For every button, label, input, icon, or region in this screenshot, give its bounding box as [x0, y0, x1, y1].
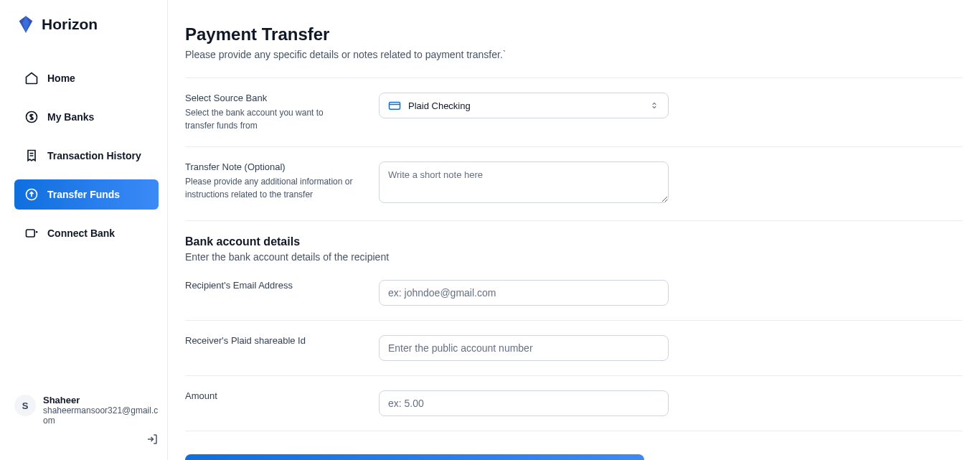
amount-row: Amount — [185, 390, 963, 416]
recipient-email-input[interactable] — [379, 280, 669, 306]
nav-item-transfer-funds[interactable]: Transfer Funds — [14, 179, 159, 210]
nav-list: Home My Banks Transaction History Transf… — [14, 63, 159, 385]
nav-item-home[interactable]: Home — [14, 63, 159, 93]
user-name: Shaheer — [43, 395, 159, 405]
chevron-down-icon — [649, 100, 659, 111]
nav-item-transaction-history[interactable]: Transaction History — [14, 141, 159, 171]
logo-text: Horizon — [42, 16, 98, 33]
svg-rect-2 — [27, 230, 35, 237]
amount-label: Amount — [185, 390, 353, 401]
nav-item-connect-bank[interactable]: Connect Bank — [14, 218, 159, 248]
recipient-email-label: Recipient's Email Address — [185, 280, 353, 291]
nav-label: Home — [47, 72, 75, 84]
logout-icon[interactable] — [146, 433, 159, 446]
svg-rect-3 — [390, 103, 400, 110]
details-subtext: Enter the bank account details of the re… — [185, 251, 963, 263]
transfer-note-input[interactable] — [379, 161, 669, 203]
amount-input[interactable] — [379, 390, 669, 416]
transfer-icon — [24, 187, 39, 202]
transfer-funds-button[interactable]: Transfer Funds — [185, 454, 644, 460]
home-icon — [24, 71, 39, 85]
source-bank-row: Select Source Bank Select the bank accou… — [185, 93, 963, 132]
avatar: S — [14, 395, 36, 416]
source-bank-label: Select Source Bank — [185, 93, 353, 103]
logo[interactable]: Horizon — [14, 14, 159, 34]
connect-icon — [24, 226, 39, 240]
nav-label: My Banks — [47, 111, 94, 123]
shareable-id-input[interactable] — [379, 335, 669, 361]
details-heading: Bank account details — [185, 235, 963, 248]
page-title: Payment Transfer — [185, 24, 963, 44]
user-section: S Shaheer shaheermansoor321@gmail.com — [14, 385, 159, 446]
shareable-id-label: Receiver's Plaid shareable Id — [185, 335, 353, 346]
nav-item-my-banks[interactable]: My Banks — [14, 102, 159, 132]
nav-label: Connect Bank — [47, 227, 115, 239]
source-bank-select[interactable]: Plaid Checking — [379, 93, 669, 118]
user-email: shaheermansoor321@gmail.com — [43, 405, 159, 426]
source-bank-help: Select the bank account you want to tran… — [185, 106, 353, 132]
nav-label: Transaction History — [47, 150, 141, 161]
logo-icon — [16, 14, 36, 34]
transfer-note-help: Please provide any additional informatio… — [185, 175, 353, 201]
dollar-circle-icon — [24, 110, 39, 124]
user-info: Shaheer shaheermansoor321@gmail.com — [43, 395, 159, 446]
main-content: Payment Transfer Please provide any spec… — [168, 0, 980, 460]
source-bank-value: Plaid Checking — [408, 100, 642, 111]
nav-label: Transfer Funds — [47, 189, 120, 200]
credit-card-icon — [388, 99, 401, 112]
recipient-email-row: Recipient's Email Address — [185, 280, 963, 306]
page-subtitle: Please provide any specific details or n… — [185, 49, 963, 60]
transfer-note-label: Transfer Note (Optional) — [185, 161, 353, 172]
shareable-id-row: Receiver's Plaid shareable Id — [185, 335, 963, 361]
transfer-note-row: Transfer Note (Optional) Please provide … — [185, 161, 963, 206]
sidebar: Horizon Home My Banks Transaction Histor… — [0, 0, 168, 460]
receipt-icon — [24, 149, 39, 163]
